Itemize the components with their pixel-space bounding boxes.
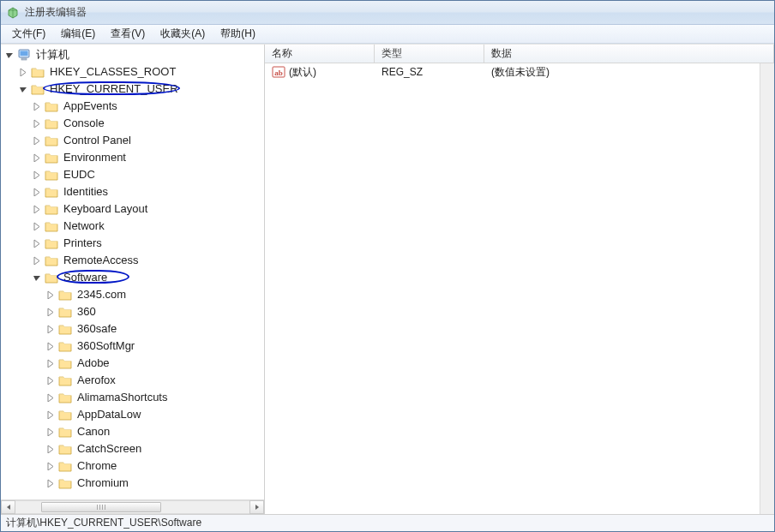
app-icon (6, 6, 20, 20)
tree-label: Chromium (75, 475, 130, 492)
tree-label: Network (62, 218, 106, 235)
expander-icon[interactable] (45, 342, 55, 351)
scroll-thumb[interactable] (41, 502, 161, 512)
expander-icon[interactable] (18, 85, 27, 94)
values-vertical-scrollbar[interactable] (760, 63, 774, 514)
tree-node[interactable]: Software (30, 269, 264, 286)
values-list[interactable]: (默认)REG_SZ(数值未设置) (265, 63, 760, 514)
expander-icon[interactable] (32, 136, 41, 146)
folder-icon (58, 476, 72, 490)
tree-node[interactable]: Canon (44, 423, 264, 440)
tree-node[interactable]: Chromium (44, 475, 264, 492)
menu-edit[interactable]: 编辑(E) (53, 25, 103, 43)
tree-label: Aerofox (75, 372, 117, 389)
expander-icon[interactable] (45, 308, 55, 317)
tree-node[interactable]: RemoteAccess (30, 252, 264, 269)
tree-node[interactable]: Chrome (44, 457, 264, 475)
menu-view[interactable]: 查看(V) (103, 25, 153, 43)
tree-label: 计算机 (34, 46, 71, 63)
menu-help[interactable]: 帮助(H) (213, 25, 263, 43)
tree-node[interactable]: Printers (30, 235, 264, 252)
tree-node-hkcu[interactable]: HKEY_CURRENT_USER (16, 81, 264, 98)
expander-icon[interactable] (45, 325, 55, 334)
tree-node[interactable]: 360safe (44, 320, 264, 338)
tree-node-hkcr[interactable]: HKEY_CLASSES_ROOT (16, 63, 264, 81)
tree-node[interactable]: Console (30, 115, 264, 132)
tree-node[interactable]: Adobe (44, 355, 264, 372)
tree-node[interactable]: Control Panel (30, 132, 264, 149)
expander-icon[interactable] (45, 427, 55, 437)
expander-icon[interactable] (45, 479, 55, 488)
expander-icon[interactable] (32, 170, 41, 180)
tree-horizontal-scrollbar[interactable] (1, 499, 264, 514)
folder-icon (45, 117, 58, 130)
tree-label: Printers (62, 235, 104, 252)
tree-label-text: Software (63, 271, 107, 284)
tree-node[interactable]: Network (30, 218, 264, 235)
main-body: 计算机 HKEY_CLASSES_ROOT (1, 44, 774, 514)
expander-icon[interactable] (45, 410, 55, 420)
tree-label: 360safe (75, 320, 118, 338)
scroll-track[interactable] (15, 500, 249, 514)
expander-icon[interactable] (45, 445, 55, 454)
column-header-data[interactable]: 数据 (484, 45, 774, 63)
scroll-right-button[interactable] (249, 500, 264, 514)
expander-icon[interactable] (32, 273, 41, 283)
expander-icon[interactable] (32, 256, 41, 266)
expander-icon[interactable] (45, 462, 55, 471)
tree-node[interactable]: EUDC (30, 166, 264, 183)
expander-icon[interactable] (45, 393, 55, 403)
folder-icon (58, 322, 72, 336)
expander-icon[interactable] (32, 239, 41, 248)
expander-icon[interactable] (45, 376, 55, 386)
expander-icon[interactable] (32, 153, 41, 163)
window-title: 注册表编辑器 (25, 5, 87, 20)
tree-label: Software (62, 269, 109, 286)
tree-label-text: AlimamaShortcuts (77, 391, 167, 403)
tree-node[interactable]: Aerofox (44, 372, 264, 389)
column-header-type[interactable]: 类型 (375, 45, 484, 63)
tree-node[interactable]: Keyboard Layout (30, 200, 264, 218)
tree-label-text: EUDC (63, 168, 95, 181)
expander-icon[interactable] (4, 51, 14, 60)
folder-icon (45, 168, 58, 182)
tree-node[interactable]: AppEvents (30, 98, 264, 115)
tree-node[interactable]: Identities (30, 183, 264, 200)
tree-label-text: Control Panel (63, 134, 131, 146)
computer-icon (17, 48, 31, 62)
tree-node[interactable]: AppDataLow (44, 406, 264, 423)
expander-icon[interactable] (32, 205, 41, 214)
expander-icon[interactable] (45, 290, 55, 300)
values-pane: 名称 类型 数据 (默认)REG_SZ(数值未设置) (265, 45, 774, 514)
tree-node[interactable]: 360 (44, 303, 264, 320)
folder-icon (45, 185, 58, 199)
expander-icon[interactable] (32, 102, 41, 111)
expander-icon[interactable] (18, 68, 27, 77)
column-header-name[interactable]: 名称 (265, 45, 375, 63)
tree-label: AppDataLow (75, 406, 142, 423)
tree-label: Adobe (75, 355, 111, 372)
tree-node[interactable]: AlimamaShortcuts (44, 389, 264, 406)
tree-node[interactable]: 360SoftMgr (44, 338, 264, 355)
expander-icon[interactable] (32, 119, 41, 129)
tree-scroll[interactable]: 计算机 HKEY_CLASSES_ROOT (1, 45, 264, 499)
menu-fav[interactable]: 收藏夹(A) (153, 25, 213, 43)
tree-label: 360 (75, 303, 98, 320)
tree-node[interactable]: CatchScreen (44, 440, 264, 457)
tree-label-text: 360SoftMgr (77, 339, 135, 352)
expander-icon[interactable] (32, 188, 41, 197)
tree-node[interactable]: Environment (30, 149, 264, 166)
scroll-left-button[interactable] (1, 500, 15, 514)
expander-icon[interactable] (45, 359, 55, 368)
expander-icon[interactable] (32, 222, 41, 231)
menu-file[interactable]: 文件(F) (4, 25, 53, 43)
tree-node[interactable]: 2345.com (44, 286, 264, 303)
folder-icon (45, 202, 58, 216)
statusbar: 计算机\HKEY_CURRENT_USER\Software (1, 514, 774, 531)
folder-icon (45, 254, 58, 267)
tree-node-computer[interactable]: 计算机 (3, 46, 264, 63)
values-row[interactable]: (默认)REG_SZ(数值未设置) (265, 63, 760, 81)
folder-icon (45, 219, 58, 233)
folder-icon (31, 65, 45, 79)
tree-label: Environment (62, 149, 128, 166)
